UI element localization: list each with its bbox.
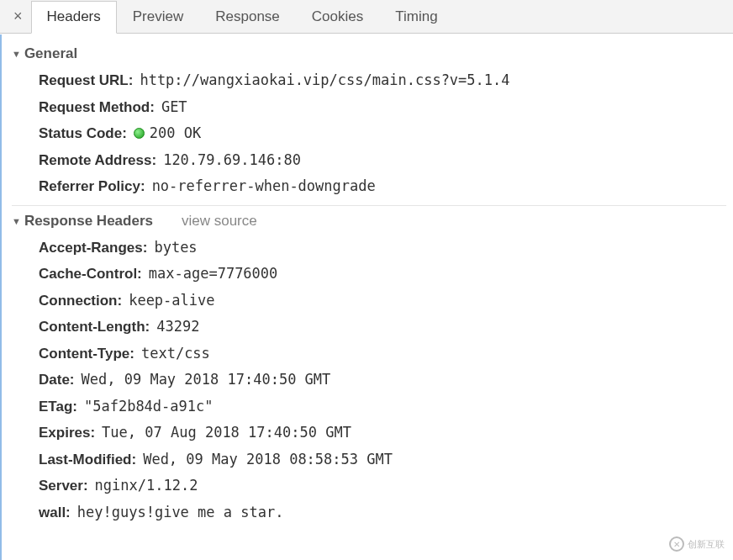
row-expires: Expires: Tue, 07 Aug 2018 17:40:50 GMT (39, 420, 733, 446)
watermark: ✕ 创新互联 (669, 536, 725, 552)
label: Status Code: (39, 123, 127, 145)
row-date: Date: Wed, 09 May 2018 17:40:50 GMT (39, 367, 733, 394)
response-header-rows: Accept-Ranges: bytes Cache-Control: max-… (8, 235, 733, 526)
label: Accept-Ranges: (39, 237, 147, 259)
label: Date: (39, 369, 75, 391)
value: "5af2b84d-a91c" (77, 396, 214, 418)
row-request-url: Request URL: http://wangxiaokai.vip/css/… (39, 67, 733, 94)
tabbar: × Headers Preview Response Cookies Timin… (0, 0, 733, 34)
value: 120.79.69.146:80 (156, 150, 301, 172)
general-rows: Request URL: http://wangxiaokai.vip/css/… (8, 67, 733, 200)
row-etag: ETag: "5af2b84d-a91c" (39, 394, 733, 420)
value: 43292 (150, 316, 199, 338)
tab-headers[interactable]: Headers (31, 1, 117, 34)
row-content-type: Content-Type: text/css (39, 341, 733, 367)
section-response-headers-title: Response Headers (24, 213, 153, 230)
value: max-age=7776000 (142, 263, 278, 285)
value: GET (155, 97, 187, 119)
row-connection: Connection: keep-alive (39, 288, 733, 314)
value: text/css (134, 343, 210, 365)
row-status-code: Status Code: 200 OK (39, 120, 733, 147)
section-general-header[interactable]: ▼ General (12, 42, 726, 67)
disclosure-triangle-icon: ▼ (12, 216, 21, 226)
close-icon[interactable]: × (5, 8, 31, 25)
label: Request Method: (39, 97, 155, 119)
section-general: ▼ General Request URL: http://wangxiaoka… (8, 42, 733, 200)
section-response-headers-header[interactable]: ▼ Response Headers view source (12, 205, 726, 235)
headers-panel: ▼ General Request URL: http://wangxiaoka… (0, 34, 733, 526)
row-server: Server: nginx/1.12.2 (39, 473, 733, 499)
row-last-modified: Last-Modified: Wed, 09 May 2018 08:58:53… (39, 446, 733, 473)
tab-preview[interactable]: Preview (117, 0, 199, 33)
logo-icon: ✕ (669, 536, 684, 552)
value: keep-alive (122, 290, 214, 312)
value: nginx/1.12.2 (88, 475, 198, 497)
row-referrer-policy: Referrer Policy: no-referrer-when-downgr… (39, 173, 733, 200)
disclosure-triangle-icon: ▼ (12, 49, 21, 59)
tab-response[interactable]: Response (199, 0, 296, 33)
section-general-title: General (24, 45, 77, 62)
label: Last-Modified: (39, 449, 136, 471)
label: Content-Length: (39, 316, 150, 338)
section-response-headers: ▼ Response Headers view source Accept-Ra… (8, 205, 733, 526)
value: Wed, 09 May 2018 08:58:53 GMT (136, 449, 393, 471)
row-wall: wall: hey!guys!give me a star. (39, 499, 733, 526)
row-content-length: Content-Length: 43292 (39, 314, 733, 341)
value: no-referrer-when-downgrade (145, 176, 376, 198)
label: Server: (39, 475, 88, 497)
value: Wed, 09 May 2018 17:40:50 GMT (75, 369, 331, 391)
label: Content-Type: (39, 343, 134, 365)
label: Cache-Control: (39, 263, 142, 285)
label: Referrer Policy: (39, 176, 145, 198)
label: Remote Address: (39, 150, 156, 172)
value: bytes (147, 237, 197, 259)
value: http://wangxiaokai.vip/css/main.css?v=5.… (133, 70, 509, 92)
tab-timing[interactable]: Timing (379, 0, 453, 33)
row-cache-control: Cache-Control: max-age=7776000 (39, 261, 733, 288)
row-accept-ranges: Accept-Ranges: bytes (39, 235, 733, 262)
label: wall: (39, 502, 71, 524)
status-text: 200 OK (150, 124, 201, 141)
watermark-text: 创新互联 (688, 538, 725, 551)
value: 200 OK (127, 123, 201, 145)
tab-cookies[interactable]: Cookies (296, 0, 379, 33)
row-remote-address: Remote Address: 120.79.69.146:80 (39, 147, 733, 174)
row-request-method: Request Method: GET (39, 94, 733, 121)
label: Expires: (39, 422, 95, 444)
label: Request URL: (39, 70, 133, 92)
selection-strip (0, 34, 2, 560)
label: ETag: (39, 396, 77, 418)
value: hey!guys!give me a star. (71, 502, 284, 524)
value: Tue, 07 Aug 2018 17:40:50 GMT (95, 422, 351, 444)
label: Connection: (39, 290, 122, 312)
view-source-link[interactable]: view source (156, 213, 257, 230)
status-dot-icon (134, 128, 145, 139)
